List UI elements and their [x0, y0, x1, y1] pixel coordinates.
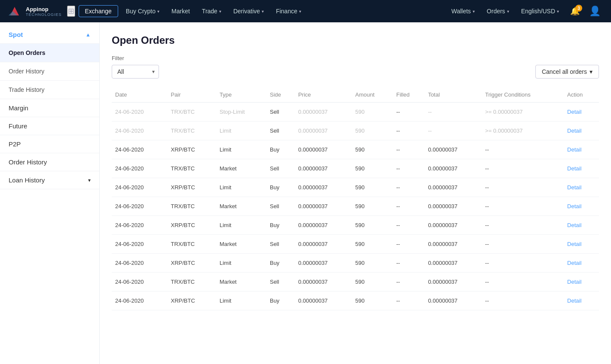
- nav-orders[interactable]: Orders ▾: [482, 5, 514, 17]
- cell-action[interactable]: Detail: [564, 235, 599, 254]
- notification-button[interactable]: 🔔 3: [566, 4, 584, 18]
- logo-text: Appinop TECHNOLOGIES: [26, 6, 62, 17]
- cell-amount: 590: [352, 159, 393, 178]
- cell-filled: --: [393, 291, 425, 310]
- cell-price: 0.00000037: [295, 235, 352, 254]
- cell-action[interactable]: Detail: [564, 103, 599, 121]
- cell-filled: --: [393, 140, 425, 159]
- cell-side: Buy: [266, 216, 295, 235]
- table-row: 24-06-2020 XRP/BTC Limit Buy 0.00000037 …: [112, 178, 599, 197]
- detail-button[interactable]: Detail: [567, 127, 581, 134]
- sidebar-item-trade-history[interactable]: Trade History: [0, 81, 99, 99]
- cell-action[interactable]: Detail: [564, 273, 599, 291]
- detail-button[interactable]: Detail: [567, 260, 581, 266]
- table-row: 24-06-2020 TRX/BTC Stop-Limit Sell 0.000…: [112, 103, 599, 121]
- cell-side: Sell: [266, 273, 295, 291]
- cell-trigger: --: [482, 178, 564, 197]
- user-profile-button[interactable]: 👤: [586, 4, 604, 18]
- chevron-down-icon: ▾: [557, 9, 559, 14]
- cell-action[interactable]: Detail: [564, 197, 599, 216]
- apps-grid-icon[interactable]: ⊞: [67, 6, 75, 17]
- sidebar-item-open-orders[interactable]: Open Orders: [0, 44, 99, 62]
- sidebar-p2p-header[interactable]: P2P: [0, 135, 99, 153]
- cell-trigger: --: [482, 254, 564, 273]
- detail-button[interactable]: Detail: [567, 222, 581, 228]
- cell-filled: --: [393, 178, 425, 197]
- cell-pair: TRX/BTC: [167, 235, 216, 254]
- cell-type: Stop-Limit: [216, 103, 266, 121]
- cell-date: 24-06-2020: [112, 197, 167, 216]
- cell-type: Limit: [216, 121, 266, 140]
- cell-action[interactable]: Detail: [564, 159, 599, 178]
- nav-wallets[interactable]: Wallets ▾: [446, 5, 480, 17]
- cell-date: 24-06-2020: [112, 178, 167, 197]
- filter-row: All Buy Sell Limit Market Stop-Limit ▾ C…: [112, 65, 599, 79]
- detail-button[interactable]: Detail: [567, 165, 581, 172]
- nav-market[interactable]: Market: [166, 5, 195, 17]
- cell-date: 24-06-2020: [112, 216, 167, 235]
- page-title: Open Orders: [112, 34, 599, 46]
- nav-language[interactable]: English/USD ▾: [516, 5, 564, 17]
- sidebar-loan-history-header[interactable]: Loan History ▾: [0, 171, 99, 189]
- detail-button[interactable]: Detail: [567, 279, 581, 285]
- cell-side: Sell: [266, 121, 295, 140]
- cancel-all-orders-button[interactable]: Cancel all orders ▾: [535, 65, 599, 79]
- cell-action[interactable]: Detail: [564, 121, 599, 140]
- table-row: 24-06-2020 TRX/BTC Market Sell 0.0000003…: [112, 159, 599, 178]
- detail-button[interactable]: Detail: [567, 146, 581, 153]
- nav-finance[interactable]: Finance ▾: [271, 5, 306, 17]
- cell-price: 0.00000037: [295, 159, 352, 178]
- cell-action[interactable]: Detail: [564, 254, 599, 273]
- filter-select[interactable]: All Buy Sell Limit Market Stop-Limit: [112, 65, 159, 79]
- cell-pair: TRX/BTC: [167, 103, 216, 121]
- cell-action[interactable]: Detail: [564, 178, 599, 197]
- sidebar-margin-header[interactable]: Margin: [0, 99, 99, 117]
- col-total: Total: [425, 87, 482, 103]
- cell-trigger: >= 0.00000037: [482, 121, 564, 140]
- detail-button[interactable]: Detail: [567, 241, 581, 247]
- cell-trigger: --: [482, 159, 564, 178]
- detail-button[interactable]: Detail: [567, 109, 581, 115]
- detail-button[interactable]: Detail: [567, 297, 581, 304]
- table-row: 24-06-2020 XRP/BTC Limit Buy 0.00000037 …: [112, 140, 599, 159]
- sidebar-spot-header[interactable]: Spot ▲: [0, 26, 99, 44]
- cell-action[interactable]: Detail: [564, 140, 599, 159]
- nav-trade[interactable]: Trade ▾: [197, 5, 226, 17]
- cell-side: Buy: [266, 178, 295, 197]
- cell-action[interactable]: Detail: [564, 291, 599, 310]
- table-row: 24-06-2020 TRX/BTC Market Sell 0.0000003…: [112, 235, 599, 254]
- detail-button[interactable]: Detail: [567, 184, 581, 191]
- sidebar-future-header[interactable]: Future: [0, 117, 99, 135]
- sidebar-item-order-history[interactable]: Order History: [0, 62, 99, 81]
- col-date: Date: [112, 87, 167, 103]
- sidebar-spot-section: Spot ▲ Open Orders Order History Trade H…: [0, 26, 99, 189]
- chevron-down-icon: ▾: [299, 9, 301, 14]
- cell-action[interactable]: Detail: [564, 216, 599, 235]
- cell-pair: TRX/BTC: [167, 273, 216, 291]
- col-side: Side: [266, 87, 295, 103]
- cell-amount: 590: [352, 121, 393, 140]
- cell-total: 0.00000037: [425, 159, 482, 178]
- nav-exchange-button[interactable]: Exchange: [79, 5, 118, 17]
- cell-trigger: --: [482, 273, 564, 291]
- cell-date: 24-06-2020: [112, 273, 167, 291]
- cell-type: Limit: [216, 140, 266, 159]
- cell-date: 24-06-2020: [112, 235, 167, 254]
- chevron-down-icon: ▾: [473, 9, 475, 14]
- chevron-down-icon: ▾: [507, 9, 509, 14]
- detail-button[interactable]: Detail: [567, 203, 581, 209]
- sidebar-order-history-header[interactable]: Order History: [0, 153, 99, 171]
- cell-total: 0.00000037: [425, 178, 482, 197]
- nav-buy-crypto[interactable]: Buy Crypto ▾: [121, 5, 165, 17]
- cell-filled: --: [393, 216, 425, 235]
- sidebar-spot-label: Spot: [9, 31, 23, 38]
- cell-trigger: --: [482, 140, 564, 159]
- logo-area[interactable]: Appinop TECHNOLOGIES: [7, 3, 62, 19]
- nav-derivative[interactable]: Derivative ▾: [228, 5, 269, 17]
- table-row: 24-06-2020 XRP/BTC Limit Buy 0.00000037 …: [112, 216, 599, 235]
- cell-side: Sell: [266, 159, 295, 178]
- cell-amount: 590: [352, 178, 393, 197]
- cell-trigger: --: [482, 291, 564, 310]
- cell-price: 0.00000037: [295, 197, 352, 216]
- cell-type: Limit: [216, 216, 266, 235]
